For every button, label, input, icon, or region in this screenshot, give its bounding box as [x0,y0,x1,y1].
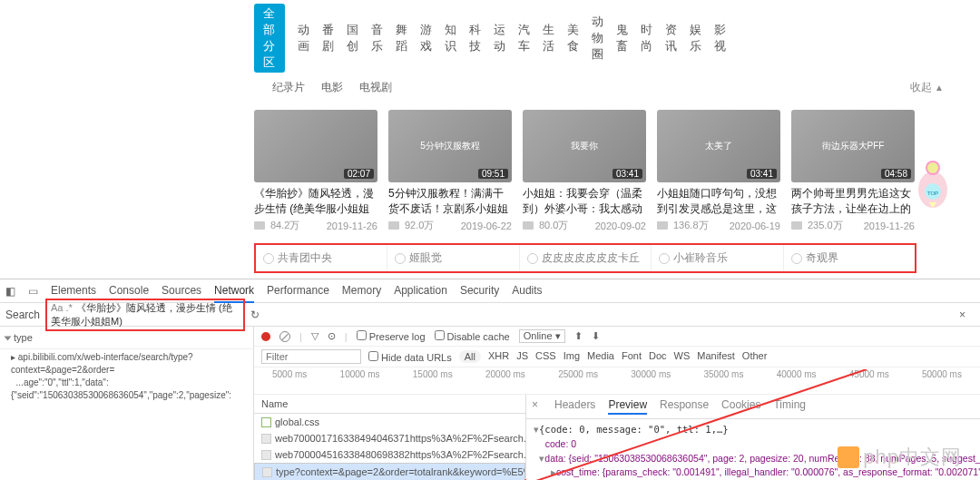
timeline-tick: 25000 ms [558,367,598,379]
filter-type[interactable]: Img [564,350,580,363]
preview-tab[interactable]: Timing [773,398,806,415]
filter-type[interactable]: Doc [649,350,667,363]
video-thumb[interactable]: 02:07 [254,110,377,182]
filter-type[interactable]: Font [622,350,642,363]
filter-type[interactable]: All [459,350,481,363]
throttle-select[interactable]: Online ▾ [519,329,565,343]
subnav-item[interactable]: 电视剧 [359,80,392,95]
filter-type[interactable]: CSS [535,350,556,363]
waterfall[interactable]: 5000 ms10000 ms15000 ms20000 ms25000 ms3… [254,367,980,395]
nav-item[interactable]: 鬼畜 [616,22,628,54]
nav-item[interactable]: 娱乐 [690,22,701,54]
preview-tab[interactable]: Response [660,398,709,415]
clear-icon[interactable] [279,331,290,342]
video-title[interactable]: 5分钟汉服教程！满满干货不废话！京剧系小姐姐教你 [388,186,512,217]
nav-item[interactable]: 全部分区 [254,4,285,73]
search-bar: Search Aa .*《华胎抄》随风轻透，漫步生情 (绝美华服小姐姐M) ↻ … [0,303,980,327]
author-cell[interactable]: 小崔聆音乐 [652,245,783,271]
timeline-tick: 35000 ms [703,367,743,379]
filter-type[interactable]: Other [742,350,768,363]
hide-dataurls[interactable]: Hide data URLs [368,351,452,363]
devtools-tab[interactable]: Security [460,279,499,303]
file-icon [262,467,272,477]
preview-tabs: × HeadersPreviewResponseCookiesTiming [526,395,980,419]
record-icon[interactable] [261,332,270,341]
video-title[interactable]: 小姐姐随口哼句句，没想到引发灵感总是这里，这里 [657,186,780,217]
search-icon[interactable]: ⊙ [328,330,336,342]
nav-item[interactable]: 影视 [714,22,726,54]
devtools-tab[interactable]: Application [394,279,447,303]
video-title[interactable]: 小姐姐：我要会穿（温柔到）外婆小哥：我太感动 [523,186,646,217]
preserve-log[interactable]: Preserve log [357,330,426,342]
video-card[interactable]: 太美了03:41 小姐姐随口哼句句，没想到引发灵感总是这里，这里 136.8万2… [657,110,780,232]
download-icon[interactable]: ⬇ [592,330,600,342]
video-thumb[interactable]: 我要你03:41 [523,110,646,182]
nav-item[interactable]: 生活 [543,22,554,54]
nav-item[interactable]: 科技 [469,22,481,54]
devtools-tab[interactable]: Audits [512,279,542,303]
request-row[interactable]: global.css [254,414,525,430]
video-thumb[interactable]: 5分钟汉服教程09:51 [388,110,512,182]
nav-item[interactable]: 舞蹈 [396,22,407,54]
author-cell[interactable]: 共青团中央 [256,245,387,271]
file-icon [261,417,271,427]
nav-item[interactable]: 时尚 [641,22,652,54]
nav-item[interactable]: 运动 [494,22,505,54]
device-icon[interactable]: ▭ [28,285,38,298]
filter-type[interactable]: JS [516,350,528,363]
video-card[interactable]: 我要你03:41 小姐姐：我要会穿（温柔到）外婆小哥：我太感动 80.0万202… [523,110,646,232]
video-thumb[interactable]: 街边乐器大PFF04:58 [791,110,915,182]
nav-item[interactable]: 国创 [347,22,358,54]
search-match[interactable]: ▸ api.bilibili.com/x/web-interface/searc… [0,349,253,404]
nav-item[interactable]: 动物圈 [592,14,603,63]
video-title[interactable]: 两个帅哥里男男先追这女孩子方法，让坐在边上的小姐姐 [791,186,915,217]
search-label: Search [5,309,40,321]
refresh-icon[interactable]: ↻ [250,309,260,321]
search-results-panel: type ▸ api.bilibili.com/x/web-interface/… [0,327,254,480]
nav-item[interactable]: 游戏 [420,22,432,54]
devtools-tab[interactable]: Memory [342,279,381,303]
mascot-icon: TOP [913,155,953,210]
request-row[interactable]: web700001716338494046371https%3A%2F%2Fse… [254,430,525,446]
nav-item[interactable]: 音乐 [371,22,383,54]
filter-type[interactable]: WS [674,350,691,363]
preview-tab[interactable]: Headers [554,398,595,415]
video-thumb[interactable]: 太美了03:41 [657,110,780,182]
subnav-item[interactable]: 纪录片 [272,80,305,95]
author-cell[interactable]: 奇观界 [784,245,915,271]
nav-item[interactable]: 资讯 [665,22,677,54]
request-row[interactable]: web700004516338480698382https%3A%2F%2Fse… [254,446,525,463]
disable-cache[interactable]: Disable cache [435,330,510,342]
video-card[interactable]: 5分钟汉服教程09:51 5分钟汉服教程！满满干货不废话！京剧系小姐姐教你 92… [388,110,512,232]
video-card[interactable]: 街边乐器大PFF04:58 两个帅哥里男男先追这女孩子方法，让坐在边上的小姐姐 … [791,110,915,232]
nav-item[interactable]: 动画 [298,22,309,54]
devtools-tab[interactable]: Performance [267,279,329,303]
video-meta: 84.2万2019-11-26 [254,219,377,232]
filter-type[interactable]: Manifest [697,350,735,363]
preview-tab[interactable]: Preview [608,398,647,415]
author-cell[interactable]: 姬眼觉 [387,245,519,271]
upload-icon[interactable]: ⬆ [574,330,583,342]
filter-input[interactable] [261,349,361,364]
collapse-toggle[interactable]: 收起 ▲ [910,80,944,95]
subnav-item[interactable]: 电影 [321,80,343,95]
php-logo-icon [838,446,859,468]
filter-type[interactable]: XHR [488,350,509,363]
filter-type[interactable]: Media [587,350,614,363]
timeline-tick: 40000 ms [777,367,817,379]
nav-item[interactable]: 知识 [445,22,456,54]
filter-icon[interactable]: ▽ [311,330,318,342]
inspect-icon[interactable]: ◧ [5,285,15,298]
video-card[interactable]: 02:07 《华胎抄》随风轻透，漫步生情 (绝美华服小姐姐MV 84.2万201… [254,110,377,232]
preview-tab[interactable]: Cookies [721,398,760,415]
video-title[interactable]: 《华胎抄》随风轻透，漫步生情 (绝美华服小姐姐MV [254,186,377,217]
request-row[interactable]: type?context=&page=2&order=totalrank&key… [254,463,525,480]
close-icon[interactable]: × [959,309,965,321]
nav-item[interactable]: 美食 [567,22,579,54]
video-meta: 235.0万2019-11-26 [791,219,915,232]
close-icon[interactable]: × [532,398,538,415]
nav-item[interactable]: 番剧 [322,22,334,54]
name-column-header[interactable]: Name [254,395,525,414]
nav-item[interactable]: 汽车 [518,22,530,54]
author-cell[interactable]: 皮皮皮皮皮皮皮卡丘 [520,245,652,271]
